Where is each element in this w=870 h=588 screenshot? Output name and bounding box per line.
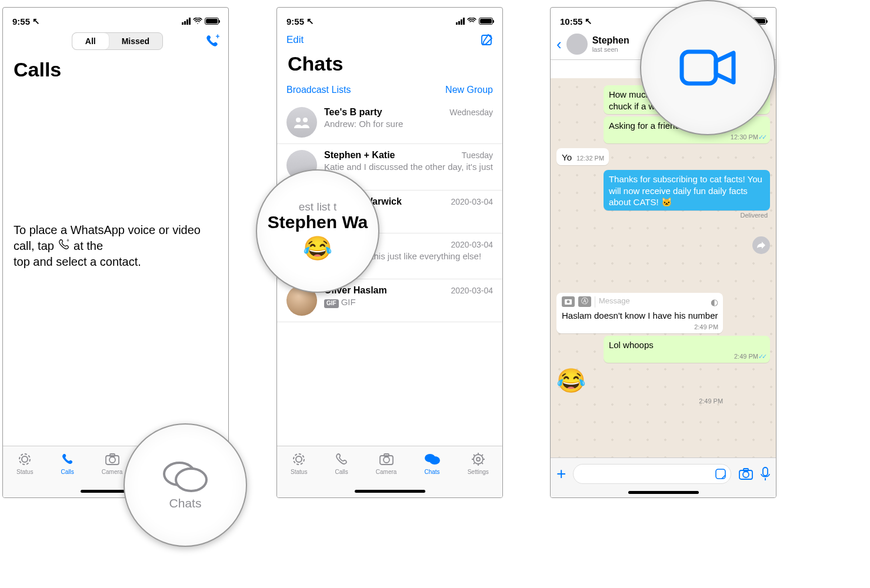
video-icon: [678, 47, 737, 88]
chat-row[interactable]: Tee's B partyWednesday Andrew: Oh for su…: [277, 101, 502, 144]
svg-point-2: [19, 454, 30, 465]
segment-all[interactable]: All: [72, 33, 109, 49]
svg-rect-18: [384, 454, 389, 456]
page-title-chats: Chats: [277, 49, 502, 81]
group-avatar-icon: [286, 107, 317, 138]
magnifier-video-call: [640, 0, 775, 135]
home-indicator[interactable]: [628, 491, 699, 494]
svg-rect-37: [744, 469, 748, 471]
segment-missed[interactable]: Missed: [109, 33, 162, 49]
tab-status[interactable]: Status: [291, 451, 307, 475]
status-icon: [291, 451, 306, 467]
svg-point-13: [303, 118, 308, 122]
message-input[interactable]: [573, 464, 731, 484]
message-time: 12:32 PM: [576, 154, 604, 162]
mic-icon: [761, 467, 770, 481]
home-indicator[interactable]: [355, 490, 425, 493]
status-time: 10:55: [560, 16, 582, 26]
magnifier-chats-tab: Chats: [124, 423, 247, 547]
svg-point-14: [294, 454, 304, 465]
signal-icon: [456, 18, 465, 25]
message-in[interactable]: 😂2:49 PM: [556, 365, 723, 405]
svg-point-17: [384, 457, 389, 463]
svg-point-36: [743, 472, 749, 477]
sticker-button[interactable]: [715, 469, 726, 479]
svg-rect-38: [763, 467, 768, 476]
status-time: 9:55: [286, 16, 304, 26]
camera-icon: [105, 451, 120, 467]
camera-icon: [738, 467, 754, 480]
tab-status[interactable]: Status: [16, 451, 33, 475]
camera-attachment-icon: [562, 296, 575, 307]
status-time: 9:55: [12, 16, 30, 26]
svg-line-29: [474, 463, 475, 464]
svg-point-5: [109, 457, 115, 463]
tab-camera[interactable]: Camera: [102, 451, 123, 475]
status-bar: 9:55 ↖: [3, 8, 228, 30]
message-in[interactable]: Yo12:32 PM: [556, 148, 609, 166]
chat-date: 2020-03-04: [451, 286, 493, 295]
tab-bar: Status Calls Camera Chats Settings: [277, 446, 502, 497]
chats-icon: [424, 451, 441, 467]
svg-point-20: [429, 456, 440, 465]
chat-name: Tee's B party: [324, 107, 382, 118]
status-bar: 9:55↖: [277, 8, 502, 30]
message-in[interactable]: Ⓐ Message ◐ Haslam doesn't know I have h…: [556, 293, 723, 333]
forward-icon[interactable]: [752, 236, 770, 254]
tab-calls[interactable]: Calls: [61, 451, 75, 475]
battery-icon: [479, 18, 493, 25]
chat-preview: Andrew: Oh for sure: [324, 119, 493, 130]
signal-icon: [182, 18, 191, 25]
svg-point-3: [22, 456, 28, 462]
camera-icon: [379, 451, 394, 467]
svg-rect-34: [716, 469, 725, 479]
mic-button[interactable]: [761, 467, 770, 481]
new-group-link[interactable]: New Group: [445, 85, 493, 95]
chat-name: Stephen + Katie: [324, 150, 395, 161]
app-attachment-icon: Ⓐ: [578, 296, 591, 307]
chat-date: Tuesday: [462, 151, 493, 160]
chats-icon: [162, 460, 209, 494]
calls-nav: All Missed +: [3, 30, 228, 55]
chat-date: 2020-03-04: [451, 197, 493, 206]
gif-badge: GIF: [324, 299, 339, 308]
message-out[interactable]: Thanks for subscribing to cat facts! You…: [604, 170, 770, 211]
status-icon: [17, 451, 32, 467]
empty-calls-message: To place a WhatsApp voice or video call,…: [3, 87, 228, 270]
edit-button[interactable]: Edit: [286, 34, 304, 46]
page-title-calls: Calls: [3, 55, 228, 87]
svg-point-21: [474, 455, 483, 464]
tab-chats[interactable]: Chats: [424, 451, 441, 475]
tab-camera[interactable]: Camera: [376, 451, 397, 475]
back-button[interactable]: ‹: [556, 35, 562, 54]
new-call-button[interactable]: +: [205, 34, 220, 49]
compose-icon: [480, 34, 493, 46]
chat-preview: GIFGIF: [324, 297, 493, 308]
message-thread[interactable]: How much wood could a woodchuck chuck if…: [551, 78, 776, 457]
svg-point-15: [296, 456, 302, 462]
camera-button[interactable]: [738, 467, 754, 480]
contact-avatar[interactable]: [566, 34, 588, 55]
add-attachment-button[interactable]: +: [556, 465, 566, 483]
svg-point-33: [567, 300, 570, 303]
calls-icon: [61, 451, 75, 467]
message-time: 12:30 PM: [609, 133, 765, 141]
wifi-icon: [193, 18, 202, 25]
tab-calls[interactable]: Calls: [335, 451, 349, 475]
message-time: 2:49 PM: [562, 323, 718, 331]
svg-point-12: [296, 118, 301, 122]
calls-filter-segmented[interactable]: All Missed: [72, 32, 163, 50]
battery-icon: [205, 18, 219, 25]
call-plus-icon: +: [58, 238, 71, 251]
svg-line-30: [482, 455, 483, 456]
message-out[interactable]: Lol whoops2:49 PM: [604, 336, 770, 363]
new-chat-button[interactable]: [480, 34, 493, 46]
tab-settings[interactable]: Settings: [468, 451, 489, 475]
chat-date: 2020-03-04: [451, 240, 493, 249]
wifi-icon: [467, 18, 476, 25]
magnifier-label: Chats: [169, 496, 202, 510]
magnifier-text-top: est list t: [299, 201, 336, 213]
magnifier-emoji: 😂: [303, 235, 332, 262]
message-time: 2:49 PM: [609, 352, 765, 360]
broadcast-lists-link[interactable]: Broadcast Lists: [286, 85, 351, 95]
